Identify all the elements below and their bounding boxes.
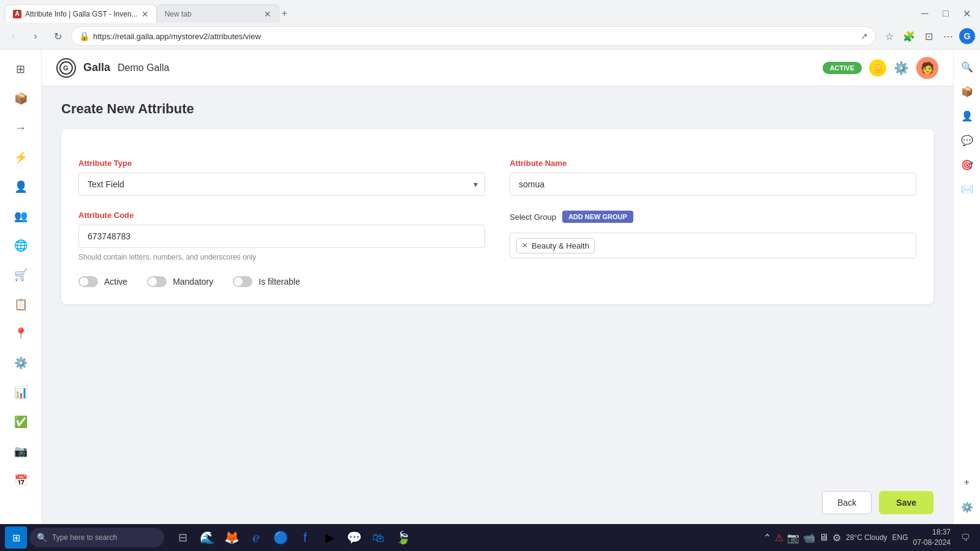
group-tag-input[interactable]: ✕ Beauty & Health bbox=[510, 233, 916, 258]
page-content: Create New Attribute Attribute Type Text… bbox=[42, 86, 953, 481]
sidebar-item-globe[interactable]: 🌐 bbox=[9, 233, 33, 258]
group-tag-beauty-health: ✕ Beauty & Health bbox=[516, 238, 595, 253]
right-sidebar-target-icon[interactable]: 🎯 bbox=[957, 155, 977, 174]
store-name: Demo Galla bbox=[118, 62, 169, 73]
sidebar-item-dashboard[interactable]: ⊞ bbox=[9, 57, 33, 81]
clock-date: 07-08-2024 bbox=[913, 538, 951, 548]
taskbar-search[interactable]: 🔍 Type here to search bbox=[29, 528, 164, 547]
reload-button[interactable]: ↻ bbox=[49, 28, 66, 45]
inactive-tab[interactable]: New tab ✕ bbox=[157, 4, 279, 23]
header-settings-icon[interactable]: ⚙️ bbox=[894, 61, 909, 75]
mandatory-toggle[interactable] bbox=[147, 276, 167, 287]
toggle-filterable-item: Is filterable bbox=[233, 276, 300, 287]
tab-label: Attribute Info | Galla GST - Inven... bbox=[25, 10, 138, 18]
address-bar[interactable]: 🔒 https://retail.galla.app/mystorev2/att… bbox=[71, 26, 876, 46]
notification-icon[interactable]: 🗨 bbox=[956, 528, 975, 547]
attribute-code-hint: Should contain letters, numbers, and und… bbox=[78, 253, 485, 261]
sidebar-item-calendar[interactable]: 📅 bbox=[9, 468, 33, 493]
taskbar-ie-icon[interactable]: ℯ bbox=[245, 527, 267, 549]
tab-close-icon-2[interactable]: ✕ bbox=[264, 9, 271, 19]
extensions-icon[interactable]: 🧩 bbox=[900, 28, 918, 45]
coin-badge: 🪙 bbox=[869, 59, 886, 77]
up-arrow-icon[interactable]: ⌃ bbox=[763, 532, 771, 544]
sidebar-item-users[interactable]: 👥 bbox=[9, 204, 33, 228]
new-tab-button[interactable]: + bbox=[282, 8, 287, 19]
camera-taskbar-icon[interactable]: 📷 bbox=[787, 532, 799, 544]
tab-favicon: A bbox=[13, 10, 21, 18]
browser-profile-avatar[interactable]: G bbox=[959, 28, 975, 44]
left-sidebar: ⊞ 📦 → ⚡ 👤 👥 🌐 🛒 📋 📍 ⚙️ 📊 ✅ 📷 📅 bbox=[0, 50, 42, 524]
sidebar-item-pin[interactable]: 📍 bbox=[9, 321, 33, 346]
sidebar-item-checks[interactable]: ✅ bbox=[9, 410, 33, 434]
add-new-group-button[interactable]: ADD NEW GROUP bbox=[562, 211, 633, 223]
address-text: https://retail.galla.app/mystorev2/attri… bbox=[93, 32, 857, 41]
tab-close-icon[interactable]: ✕ bbox=[141, 9, 149, 19]
attribute-name-label: Attribute Name bbox=[510, 159, 916, 168]
right-sidebar-user-icon[interactable]: 👤 bbox=[957, 106, 977, 126]
minimize-button[interactable]: ─ bbox=[916, 5, 933, 22]
right-sidebar-add-icon[interactable]: + bbox=[957, 473, 977, 492]
app-header-right: ACTIVE 🪙 ⚙️ 🧑 bbox=[823, 57, 938, 79]
monitor-icon[interactable]: 🖥 bbox=[819, 532, 829, 543]
right-sidebar-mail-icon[interactable]: ✉️ bbox=[957, 179, 977, 199]
active-toggle[interactable] bbox=[78, 276, 98, 287]
svg-text:G: G bbox=[63, 64, 69, 72]
video-icon[interactable]: 📹 bbox=[803, 532, 815, 544]
taskbar-multitask-icon[interactable]: ⊟ bbox=[172, 527, 194, 549]
sidebar-item-cart[interactable]: 🛒 bbox=[9, 263, 33, 287]
select-group-group: Select Group ADD NEW GROUP ✕ Beauty & He… bbox=[510, 211, 916, 287]
temperature-text: 28°C Cloudy bbox=[846, 533, 888, 542]
taskbar-store-icon[interactable]: 🛍 bbox=[368, 527, 390, 549]
toggle-active-item: Active bbox=[78, 276, 127, 287]
start-button[interactable]: ⊞ bbox=[5, 527, 27, 549]
sidebar-item-reports[interactable]: 📊 bbox=[9, 380, 33, 405]
tag-remove-icon[interactable]: ✕ bbox=[522, 241, 528, 250]
group-tag-label: Beauty & Health bbox=[532, 241, 589, 250]
clock-time: 18:37 bbox=[913, 527, 951, 538]
filterable-toggle[interactable] bbox=[233, 276, 252, 287]
maximize-button[interactable]: □ bbox=[937, 5, 954, 22]
app-wrapper: ⊞ 📦 → ⚡ 👤 👥 🌐 🛒 📋 📍 ⚙️ 📊 ✅ 📷 📅 G bbox=[0, 50, 980, 524]
right-sidebar-message-icon[interactable]: 💬 bbox=[957, 130, 977, 150]
close-button[interactable]: ✕ bbox=[958, 5, 975, 22]
taskbar-files-icon[interactable]: 🍃 bbox=[392, 527, 414, 549]
sidebar-item-settings[interactable]: ⚙️ bbox=[9, 351, 33, 375]
browser-titlebar: A Attribute Info | Galla GST - Inven... … bbox=[0, 0, 980, 23]
taskbar-edge-icon[interactable]: 🌊 bbox=[196, 527, 218, 549]
right-sidebar-gear-icon[interactable]: ⚙️ bbox=[957, 497, 977, 517]
attribute-code-input[interactable] bbox=[78, 225, 485, 248]
taskbar-skype-icon[interactable]: 💬 bbox=[343, 527, 365, 549]
attribute-type-select[interactable]: Text Field Dropdown Checkbox bbox=[78, 173, 485, 196]
active-tab[interactable]: A Attribute Info | Galla GST - Inven... … bbox=[5, 4, 157, 23]
attribute-name-input[interactable] bbox=[510, 173, 916, 196]
taskbar-sys-icons: ⌃ ⚠ 📷 📹 🖥 ⚙ bbox=[763, 532, 841, 544]
bookmark-star-icon[interactable]: ☆ bbox=[881, 28, 898, 45]
user-avatar[interactable]: 🧑 bbox=[916, 57, 938, 79]
app-header: G Galla Demo Galla ACTIVE 🪙 ⚙️ 🧑 bbox=[42, 50, 953, 86]
back-button[interactable]: Back bbox=[822, 491, 872, 514]
attribute-type-group: Attribute Type Text Field Dropdown Check… bbox=[78, 159, 485, 196]
sidebar-item-user[interactable]: 👤 bbox=[9, 174, 33, 199]
settings-taskbar-icon[interactable]: ⚙ bbox=[832, 532, 841, 544]
forward-nav-button[interactable]: › bbox=[27, 28, 44, 45]
app-header-left: G Galla Demo Galla bbox=[56, 58, 170, 78]
taskbar-youtube-icon[interactable]: ▶ bbox=[318, 527, 341, 549]
more-icon[interactable]: ⋯ bbox=[940, 28, 957, 45]
taskbar-chrome-icon[interactable]: 🔵 bbox=[270, 527, 292, 549]
sidebar-item-arrow[interactable]: → bbox=[9, 116, 33, 140]
sidebar-item-products[interactable]: 📦 bbox=[9, 86, 33, 111]
sidebar-item-zap[interactable]: ⚡ bbox=[9, 145, 33, 170]
sidebar-item-camera[interactable]: 📷 bbox=[9, 439, 33, 463]
page-title: Create New Attribute bbox=[61, 101, 933, 117]
attribute-type-label: Attribute Type bbox=[78, 159, 485, 168]
select-group-row: Select Group ADD NEW GROUP bbox=[510, 211, 916, 223]
taskbar-facebook-icon[interactable]: f bbox=[294, 527, 316, 549]
sidebar-item-layers[interactable]: 📋 bbox=[9, 292, 33, 317]
taskbar-firefox-icon[interactable]: 🦊 bbox=[221, 527, 243, 549]
save-button[interactable]: Save bbox=[879, 491, 933, 514]
right-sidebar-search-icon[interactable]: 🔍 bbox=[957, 57, 977, 77]
right-sidebar-box-icon[interactable]: 📦 bbox=[957, 81, 977, 101]
back-nav-button[interactable]: ‹ bbox=[5, 28, 22, 45]
sidebar-icon[interactable]: ⊡ bbox=[920, 28, 937, 45]
taskbar-app-icons: ⊟ 🌊 🦊 ℯ 🔵 f ▶ 💬 🛍 🍃 bbox=[172, 527, 414, 549]
